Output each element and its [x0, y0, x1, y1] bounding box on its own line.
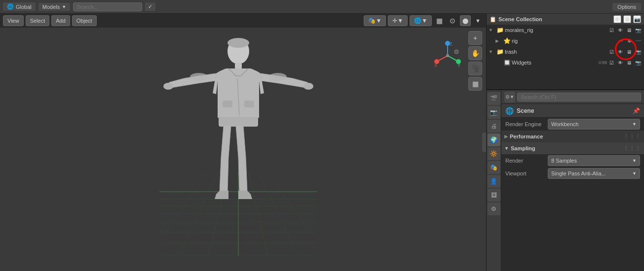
zoom-btn[interactable]: +	[468, 31, 482, 45]
properties-panel: 🎬 📷 🖨 🌍 🔆 🎭 👤 🖼 ⚙ ⚙▼ 🌐	[487, 90, 644, 271]
expand-icon[interactable]: ▼	[489, 28, 495, 33]
viewport-label: Viewport	[505, 170, 545, 176]
sampling-label: Sampling	[511, 145, 535, 151]
svg-rect-18	[235, 63, 242, 69]
viewport-samples-dropdown[interactable]: Single Pass Anti-Alia... ▼	[548, 168, 640, 179]
main-content: View Select Add Object 🎭▼ ✛▼ 🌐▼ ▦ ⊙ ⬤ ▼	[0, 14, 644, 271]
viewport-icon[interactable]: 🖥	[625, 59, 633, 67]
props-search-input[interactable]	[517, 93, 641, 102]
modifier-props-btn[interactable]: 👤	[488, 175, 500, 188]
render-value-container: 8 Samples ▼	[548, 155, 640, 166]
chevron-down-icon: ▼	[632, 158, 637, 163]
camera-icon[interactable]: 📷	[634, 48, 642, 56]
check-icon[interactable]: ☑	[607, 59, 615, 67]
viewport-icon[interactable]: 🖥	[625, 26, 633, 34]
top-bar: 🌐 Global Models ▼ ✓ Options	[0, 0, 644, 14]
check-icon[interactable]: ☑	[607, 48, 615, 56]
item-label: morales_rig	[505, 27, 533, 33]
global-icon: 🌐	[7, 3, 14, 10]
top-search-input[interactable]	[73, 2, 142, 11]
material-props-btn[interactable]: 🖼	[488, 189, 500, 202]
world-props-btn[interactable]: 🔆	[488, 147, 500, 160]
props-search-bar: ⚙▼	[501, 90, 644, 104]
outliner-item-widgets[interactable]: 🔲 Widgets ⊙99 ☑ 👁 🖥 📷	[487, 57, 644, 68]
modifier-icon[interactable]: 〰	[634, 37, 642, 45]
svg-text:Z: Z	[450, 41, 453, 46]
eye-icon[interactable]: 👁	[616, 48, 624, 56]
expand-icon[interactable]: ▼	[489, 49, 495, 54]
render-engine-text: Workbench	[551, 121, 578, 127]
viewport: View Select Add Object 🎭▼ ✛▼ 🌐▼ ▦ ⊙ ⬤ ▼	[0, 14, 486, 271]
item-icons: ⊙99 ☑ 👁 🖥 📷	[599, 59, 642, 67]
viewport-icon4[interactable]: ▼	[473, 15, 483, 26]
expand-icon: ▼	[504, 146, 509, 151]
chevron-down-icon: ▼	[62, 4, 66, 9]
camera-icon[interactable]: 📷	[634, 59, 642, 67]
viewport-icon[interactable]: 🖥	[625, 48, 633, 56]
scene-header: 🌐 Scene 📌	[501, 104, 644, 118]
folder-icon: 📁	[496, 27, 504, 34]
render-props-btn[interactable]: 🎬	[488, 92, 500, 105]
performance-label: Performance	[510, 134, 543, 139]
outliner: 📋 Scene Collection 👁 🖥 📷 ▼ 📁 morales_rig…	[487, 14, 644, 90]
item-label: rig	[512, 38, 518, 44]
search-confirm-btn[interactable]: ✓	[145, 2, 155, 11]
chevron-down-icon: ▼	[632, 171, 637, 176]
options-btn[interactable]: Options	[612, 3, 641, 11]
section-dots: ⋮⋮⋮	[623, 145, 641, 152]
right-panel: 📋 Scene Collection 👁 🖥 📷 ▼ 📁 morales_rig…	[486, 14, 644, 271]
render-label: Render	[505, 158, 545, 164]
svg-rect-21	[219, 117, 258, 127]
scene-label: Scene	[517, 107, 534, 114]
view-layer-btn[interactable]: 🖨	[488, 120, 500, 133]
axes-widget: Z Y X	[433, 41, 462, 72]
object-props-btn[interactable]: 🎭	[488, 161, 500, 174]
camera-btn[interactable]: 🎥	[468, 62, 482, 75]
camera-icon[interactable]: 📷	[634, 26, 642, 34]
mesh-icon: 🔲	[503, 59, 511, 66]
pin-button[interactable]: 📌	[633, 107, 640, 114]
render-samples-dropdown[interactable]: 8 Samples ▼	[548, 155, 640, 166]
render-samples-row: Render 8 Samples ▼	[501, 154, 644, 167]
render-engine-dropdown[interactable]: Workbench ▼	[548, 119, 640, 130]
panel-resize-handle[interactable]	[482, 133, 486, 152]
check-icon[interactable]: ☑	[607, 26, 615, 34]
render-engine-row: Render Engine Workbench ▼	[501, 118, 644, 131]
output-props-btn[interactable]: 📷	[488, 106, 500, 119]
svg-rect-24	[244, 101, 254, 107]
eye-icon[interactable]: 👁	[616, 26, 624, 34]
physics-props-btn[interactable]: ⚙	[488, 203, 500, 215]
global-menu-btn[interactable]: 🌐 Global	[3, 2, 36, 11]
rig-icon: ⭐	[503, 37, 511, 44]
outliner-header: 📋 Scene Collection 👁 🖥 📷	[487, 14, 644, 25]
properties-sidebar: 🎬 📷 🖨 🌍 🔆 🎭 👤 🖼 ⚙	[487, 90, 501, 271]
section-dots: ⋮⋮⋮	[623, 134, 641, 140]
render-engine-label: Render Engine	[505, 121, 545, 127]
outliner-item-morales-rig[interactable]: ▼ 📁 morales_rig ☑ 👁 🖥 📷	[487, 25, 644, 35]
sampling-section-header[interactable]: ▼ Sampling ⋮⋮⋮	[501, 142, 644, 154]
constraint-icon[interactable]: ✱	[625, 37, 633, 45]
render-samples-text: 8 Samples	[551, 158, 577, 164]
outliner-render-btn[interactable]: 📷	[633, 15, 641, 23]
performance-section-header[interactable]: ▶ Performance ⋮⋮⋮	[501, 131, 644, 142]
scene-props-btn[interactable]: 🌍	[488, 134, 500, 146]
outliner-item-rig[interactable]: ▶ ⭐ rig ↩ ✱ 〰	[487, 35, 644, 46]
svg-rect-23	[223, 101, 232, 107]
link-icon[interactable]: ↩	[616, 37, 624, 45]
models-dropdown-btn[interactable]: Models ▼	[38, 3, 70, 11]
outliner-item-trash[interactable]: ▼ 📁 trash ☑ 👁 🖥 📷	[487, 46, 644, 57]
outliner-viewport-btn[interactable]: 🖥	[623, 15, 631, 23]
outliner-icon: 📋	[490, 16, 496, 23]
outliner-eye-btn[interactable]: 👁	[613, 15, 621, 23]
viewport-samples-text: Single Pass Anti-Alia...	[551, 170, 606, 176]
item-label: Widgets	[512, 60, 531, 66]
grid-btn[interactable]: ▦	[468, 77, 482, 91]
grab-btn[interactable]: ✋	[468, 46, 482, 60]
render-engine-value: Workbench ▼	[548, 119, 640, 130]
svg-point-36	[446, 54, 449, 57]
expand-icon[interactable]: ▶	[495, 38, 502, 43]
svg-point-19	[163, 83, 173, 90]
eye-icon[interactable]: 👁	[616, 59, 624, 67]
properties-content: ⚙▼ 🌐 Scene 📌 Render Engine Wo	[501, 90, 644, 271]
props-mode-btn[interactable]: ⚙▼	[504, 92, 515, 102]
